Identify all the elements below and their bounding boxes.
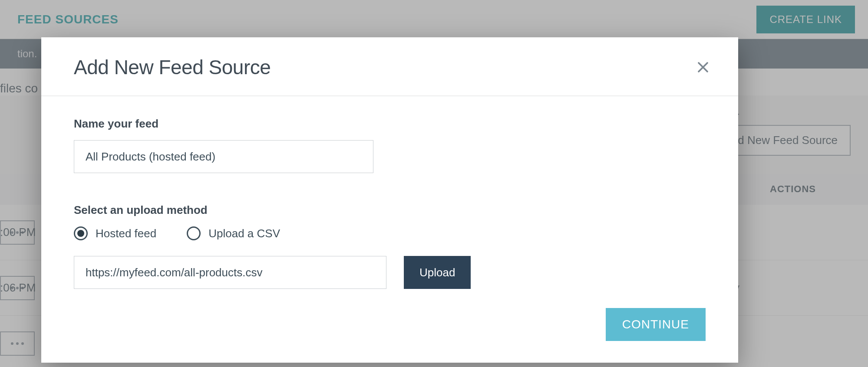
radio-csv-label: Upload a CSV xyxy=(208,227,280,240)
add-feed-source-modal: Add New Feed Source Name your feed Selec… xyxy=(41,37,738,363)
radio-hosted-feed[interactable]: Hosted feed xyxy=(74,226,156,240)
radio-icon xyxy=(187,226,201,240)
radio-icon xyxy=(74,226,88,240)
modal-title: Add New Feed Source xyxy=(74,56,271,79)
radio-hosted-label: Hosted feed xyxy=(96,227,156,240)
upload-button[interactable]: Upload xyxy=(404,256,471,289)
feed-name-input[interactable] xyxy=(74,140,373,173)
name-feed-label: Name your feed xyxy=(74,117,706,131)
radio-upload-csv[interactable]: Upload a CSV xyxy=(187,226,280,240)
close-icon xyxy=(696,61,710,74)
modal-body: Name your feed Select an upload method H… xyxy=(41,96,738,289)
url-row: Upload xyxy=(74,256,706,289)
modal-footer: CONTINUE xyxy=(41,289,738,341)
feed-url-input[interactable] xyxy=(74,256,386,289)
modal-header: Add New Feed Source xyxy=(41,37,738,96)
close-button[interactable] xyxy=(694,58,712,76)
continue-button[interactable]: CONTINUE xyxy=(606,308,706,341)
upload-method-radio-group: Hosted feed Upload a CSV xyxy=(74,226,706,240)
upload-method-label: Select an upload method xyxy=(74,203,706,217)
